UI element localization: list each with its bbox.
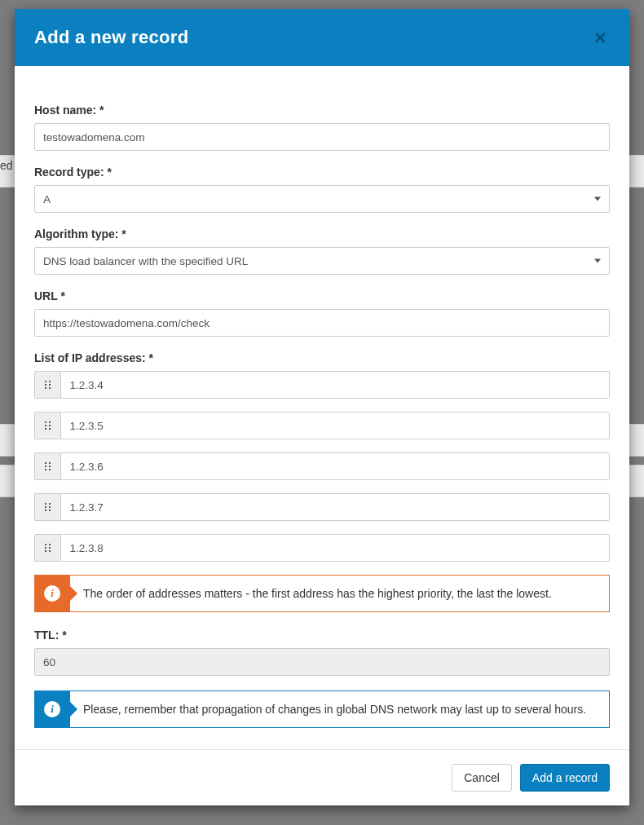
drag-handle-icon[interactable] [34, 371, 60, 399]
ttl-input[interactable] [34, 648, 610, 676]
order-notice: i The order of addresses matters - the f… [34, 575, 610, 612]
svg-rect-10 [45, 428, 46, 430]
svg-rect-24 [45, 544, 46, 545]
svg-rect-20 [45, 506, 46, 508]
svg-rect-19 [49, 503, 51, 505]
svg-rect-14 [45, 465, 46, 467]
svg-rect-4 [45, 387, 46, 389]
record-type-select[interactable] [34, 185, 610, 213]
drag-handle-icon[interactable] [34, 493, 60, 521]
svg-rect-26 [45, 547, 46, 549]
add-record-button[interactable]: Add a record [520, 764, 610, 792]
svg-rect-23 [49, 510, 51, 511]
svg-rect-12 [45, 462, 46, 464]
propagation-notice: i Please, remember that propagation of c… [34, 690, 610, 728]
ips-label: List of IP addresses: * [34, 351, 610, 364]
cancel-button[interactable]: Cancel [452, 764, 512, 792]
svg-rect-28 [45, 550, 46, 552]
modal-header: Add a new record × [15, 9, 629, 66]
svg-rect-6 [45, 421, 46, 423]
svg-rect-1 [49, 381, 51, 382]
ttl-label: TTL: * [34, 629, 610, 642]
ip-row [34, 412, 610, 439]
ip-input[interactable] [60, 493, 610, 521]
ip-row [34, 534, 610, 562]
svg-rect-25 [49, 544, 51, 545]
propagation-notice-text: Please, remember that propagation of cha… [70, 690, 610, 728]
svg-rect-0 [45, 381, 46, 382]
svg-rect-8 [45, 425, 46, 426]
svg-rect-13 [49, 462, 51, 464]
modal-footer: Cancel Add a record [15, 749, 629, 805]
order-notice-text: The order of addresses matters - the fir… [70, 575, 610, 612]
hostname-label: Host name: * [34, 104, 610, 117]
svg-rect-9 [49, 425, 51, 426]
drag-handle-icon[interactable] [34, 452, 60, 480]
ip-row [34, 493, 610, 521]
ip-row [34, 371, 610, 399]
hostname-input[interactable] [34, 123, 610, 151]
svg-rect-2 [45, 384, 46, 386]
svg-rect-15 [49, 465, 51, 467]
ip-input[interactable] [60, 452, 610, 480]
svg-rect-18 [45, 503, 46, 505]
svg-rect-27 [49, 547, 51, 549]
algorithm-select[interactable] [34, 247, 610, 275]
add-record-modal: Add a new record × Host name: * Record t… [15, 9, 629, 805]
record-type-label: Record type: * [34, 165, 610, 179]
url-input[interactable] [34, 309, 610, 337]
svg-rect-17 [49, 469, 51, 470]
ip-input[interactable] [60, 534, 610, 562]
info-icon: i [34, 690, 70, 728]
svg-rect-22 [45, 510, 46, 511]
ip-input[interactable] [60, 412, 610, 439]
svg-rect-29 [49, 550, 51, 552]
svg-rect-21 [49, 506, 51, 508]
close-icon[interactable]: × [591, 27, 610, 48]
svg-rect-3 [49, 384, 51, 386]
algorithm-label: Algorithm type: * [34, 227, 610, 240]
background-text-fragment: ed [0, 159, 13, 172]
svg-rect-5 [49, 387, 51, 389]
svg-rect-11 [49, 428, 51, 430]
info-icon: i [34, 575, 70, 612]
ip-input[interactable] [60, 371, 610, 399]
drag-handle-icon[interactable] [34, 534, 60, 562]
drag-handle-icon[interactable] [34, 412, 60, 439]
url-label: URL * [34, 289, 610, 302]
svg-rect-7 [49, 421, 51, 423]
svg-rect-16 [45, 469, 46, 470]
ip-row [34, 452, 610, 480]
modal-title: Add a new record [34, 27, 188, 48]
